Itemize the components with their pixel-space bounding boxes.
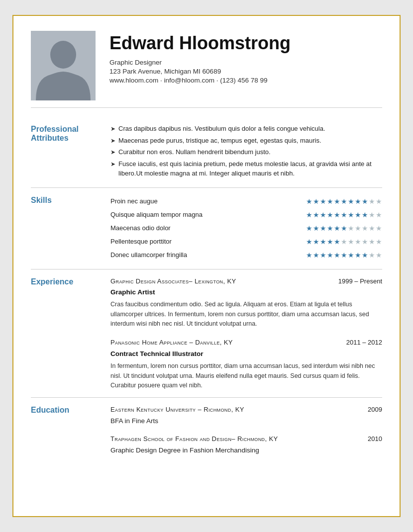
star-empty-icon: ★ bbox=[369, 210, 375, 220]
skill-name: Maecenas odio dolor bbox=[110, 222, 260, 235]
experience-label: Experience bbox=[31, 276, 110, 286]
attr-text: Fusce iaculis, est quis lacinia pretium,… bbox=[118, 159, 382, 178]
star-empty-icon: ★ bbox=[355, 237, 361, 247]
experience-dates: 1999 – Present bbox=[338, 276, 382, 286]
candidate-name: Edward Hloomstrong bbox=[109, 33, 382, 54]
star-filled-icon: ★ bbox=[320, 223, 326, 234]
stars-display: ★★★★★★★★★★★ bbox=[306, 196, 382, 207]
star-filled-icon: ★ bbox=[327, 250, 333, 261]
star-filled-icon: ★ bbox=[306, 196, 312, 207]
header-section: Edward Hloomstrong Graphic Designer 123 … bbox=[31, 31, 382, 108]
star-empty-icon: ★ bbox=[376, 223, 382, 234]
star-filled-icon: ★ bbox=[362, 250, 368, 261]
star-empty-icon: ★ bbox=[362, 223, 368, 234]
skills-label: Skills bbox=[31, 195, 110, 205]
star-empty-icon: ★ bbox=[376, 210, 382, 220]
star-empty-icon: ★ bbox=[369, 223, 375, 234]
star-filled-icon: ★ bbox=[327, 237, 333, 247]
star-filled-icon: ★ bbox=[306, 250, 312, 261]
table-row: Donec ullamcorper fringilla★★★★★★★★★★★ bbox=[110, 249, 382, 262]
skill-name: Quisque aliquam tempor magna bbox=[110, 208, 260, 222]
stars-display: ★★★★★★★★★★★ bbox=[306, 237, 382, 247]
graduation-year: 2009 bbox=[368, 405, 382, 415]
table-row: Maecenas odio dolor★★★★★★★★★★★ bbox=[110, 222, 382, 235]
list-item: ➤Maecenas pede purus, tristique ac, temp… bbox=[110, 136, 382, 146]
star-filled-icon: ★ bbox=[313, 196, 319, 207]
star-empty-icon: ★ bbox=[369, 196, 375, 207]
star-filled-icon: ★ bbox=[341, 210, 347, 220]
experience-content: Graphic Design Associates– Lexington, KY… bbox=[110, 276, 382, 391]
star-filled-icon: ★ bbox=[362, 210, 368, 220]
skill-rating: ★★★★★★★★★★★ bbox=[260, 222, 382, 235]
star-filled-icon: ★ bbox=[320, 210, 326, 220]
education-label: Education bbox=[31, 405, 110, 415]
skill-rating: ★★★★★★★★★★★ bbox=[260, 208, 382, 222]
star-filled-icon: ★ bbox=[341, 196, 347, 207]
star-filled-icon: ★ bbox=[348, 250, 354, 261]
table-row: Proin nec augue★★★★★★★★★★★ bbox=[110, 195, 382, 208]
education-block: Eastern Kentucky University – Richmond, … bbox=[110, 405, 382, 426]
candidate-address: 123 Park Avenue, Michigan MI 60689 bbox=[109, 68, 382, 75]
header-info: Edward Hloomstrong Graphic Designer 123 … bbox=[109, 31, 382, 84]
arrow-icon: ➤ bbox=[110, 160, 115, 169]
star-empty-icon: ★ bbox=[369, 237, 375, 247]
star-filled-icon: ★ bbox=[348, 210, 354, 220]
education-header: Traphagen School of Fashion and Design– … bbox=[110, 434, 382, 444]
star-filled-icon: ★ bbox=[327, 210, 333, 220]
skill-rating: ★★★★★★★★★★★ bbox=[260, 235, 382, 249]
graduation-year: 2010 bbox=[368, 434, 382, 444]
star-empty-icon: ★ bbox=[376, 196, 382, 207]
star-filled-icon: ★ bbox=[355, 250, 361, 261]
star-empty-icon: ★ bbox=[341, 237, 347, 247]
star-filled-icon: ★ bbox=[320, 196, 326, 207]
attr-text: Curabitur non eros. Nullam hendrerit bib… bbox=[118, 147, 271, 157]
professional-attributes-label: Professional Attributes bbox=[31, 124, 110, 143]
star-filled-icon: ★ bbox=[334, 223, 340, 234]
star-empty-icon: ★ bbox=[362, 237, 368, 247]
star-filled-icon: ★ bbox=[313, 250, 319, 261]
school-name: Eastern Kentucky University – Richmond, … bbox=[110, 405, 244, 415]
star-filled-icon: ★ bbox=[327, 196, 333, 207]
arrow-icon: ➤ bbox=[110, 136, 115, 145]
star-filled-icon: ★ bbox=[355, 196, 361, 207]
education-content: Eastern Kentucky University – Richmond, … bbox=[110, 405, 382, 455]
list-item: ➤Cras dapibus dapibus nis. Vestibulum qu… bbox=[110, 124, 382, 134]
candidate-contact: www.hloom.com · info@hloom.com · (123) 4… bbox=[109, 77, 382, 84]
experience-block: Graphic Design Associates– Lexington, KY… bbox=[110, 276, 382, 329]
experience-dates: 2011 – 2012 bbox=[346, 338, 382, 348]
star-filled-icon: ★ bbox=[341, 223, 347, 234]
education-header: Eastern Kentucky University – Richmond, … bbox=[110, 405, 382, 415]
table-row: Quisque aliquam tempor magna★★★★★★★★★★★ bbox=[110, 208, 382, 222]
avatar bbox=[31, 31, 96, 100]
skills-table: Proin nec augue★★★★★★★★★★★Quisque aliqua… bbox=[110, 195, 382, 262]
star-filled-icon: ★ bbox=[313, 237, 319, 247]
list-item: ➤Fusce iaculis, est quis lacinia pretium… bbox=[110, 159, 382, 178]
experience-block: Panasonic Home Appliance – Danville, KY … bbox=[110, 338, 382, 390]
star-filled-icon: ★ bbox=[320, 237, 326, 247]
arrow-icon: ➤ bbox=[110, 124, 115, 133]
star-empty-icon: ★ bbox=[376, 250, 382, 261]
experience-section: Experience Graphic Design Associates– Le… bbox=[31, 269, 382, 398]
star-filled-icon: ★ bbox=[327, 223, 333, 234]
company-name: Graphic Design Associates– Lexington, KY bbox=[110, 276, 236, 286]
star-filled-icon: ★ bbox=[313, 210, 319, 220]
stars-display: ★★★★★★★★★★★ bbox=[306, 223, 382, 234]
skill-rating: ★★★★★★★★★★★ bbox=[260, 195, 382, 208]
stars-display: ★★★★★★★★★★★ bbox=[306, 210, 382, 220]
star-filled-icon: ★ bbox=[306, 223, 312, 234]
resume-page: Edward Hloomstrong Graphic Designer 123 … bbox=[12, 15, 401, 517]
star-filled-icon: ★ bbox=[306, 237, 312, 247]
candidate-title: Graphic Designer bbox=[109, 59, 382, 66]
attributes-list: ➤Cras dapibus dapibus nis. Vestibulum qu… bbox=[110, 124, 382, 178]
experience-header: Panasonic Home Appliance – Danville, KY … bbox=[110, 338, 382, 348]
professional-attributes-section: Professional Attributes ➤Cras dapibus da… bbox=[31, 117, 382, 188]
star-filled-icon: ★ bbox=[362, 196, 368, 207]
company-name: Panasonic Home Appliance – Danville, KY bbox=[110, 338, 233, 348]
list-item: ➤Curabitur non eros. Nullam hendrerit bi… bbox=[110, 147, 382, 157]
job-title: Graphic Artist bbox=[110, 287, 382, 297]
degree-title: Graphic Design Degree in Fashion Merchan… bbox=[110, 445, 382, 455]
star-filled-icon: ★ bbox=[334, 196, 340, 207]
education-section: Education Eastern Kentucky University – … bbox=[31, 398, 382, 462]
skill-rating: ★★★★★★★★★★★ bbox=[260, 249, 382, 262]
star-filled-icon: ★ bbox=[341, 250, 347, 261]
